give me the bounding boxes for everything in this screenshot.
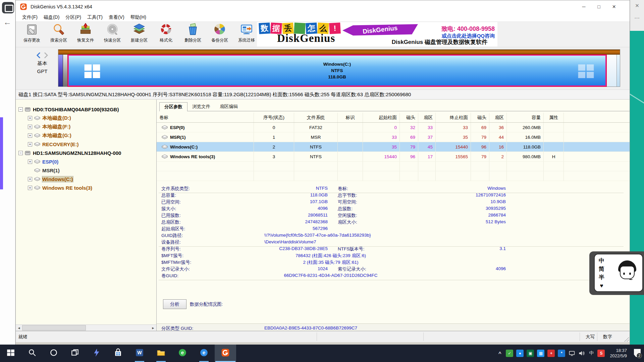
tab-2[interactable]: 扇区编辑 (215, 102, 243, 111)
maximize-button[interactable]: □ (591, 0, 606, 13)
menu-item-5[interactable]: 帮助(H) (127, 14, 149, 20)
taskbar-store[interactable] (107, 345, 129, 362)
column-header-6[interactable]: 扇区 (418, 113, 436, 122)
menu-item-3[interactable]: 工具(T) (84, 14, 106, 20)
expand-icon[interactable]: + (28, 160, 32, 164)
column-header-0[interactable]: 卷标 (157, 113, 254, 122)
toolbar-recover-button[interactable]: 恢复文件 (72, 23, 99, 43)
column-header-9[interactable]: 扇区 (489, 113, 507, 122)
taskbar-cortana[interactable] (43, 345, 64, 362)
taskbar-word[interactable]: W (129, 345, 150, 362)
taskbar-task-view[interactable] (64, 345, 86, 362)
next-disk-icon[interactable] (43, 52, 49, 59)
expand-icon[interactable]: + (28, 125, 32, 129)
analyze-button[interactable]: 分析 (163, 299, 186, 309)
column-header-11[interactable]: 属性 (544, 113, 564, 122)
menu-item-1[interactable]: 磁盘(D) (41, 14, 62, 20)
toolbar-search-button[interactable]: 搜索分区 (45, 23, 72, 43)
table-row-msr-1-[interactable]: MSR(1)1MSR33693735794416.0MB (157, 132, 630, 142)
table-row-windows-c-[interactable]: Windows(C:)2NTFS357945154409616118.0GB (157, 142, 630, 152)
tree-item-windows-c-[interactable]: +Windows(C:) (16, 175, 156, 183)
expand-icon[interactable]: + (28, 142, 32, 146)
taskbar-explorer[interactable] (150, 345, 172, 362)
minimize-button[interactable]: ─ (576, 0, 591, 13)
tab-1[interactable]: 浏览文件 (187, 102, 215, 111)
taskbar-clock[interactable]: 18:37 2022/5/9 (610, 348, 627, 359)
column-header-2[interactable]: 文件系统 (294, 113, 338, 122)
scrollbar-thumb[interactable] (22, 325, 86, 330)
scroll-left-arrow-icon[interactable]: ◄ (16, 325, 22, 331)
tree-item--f-[interactable]: +本地磁盘(F:) (16, 122, 156, 131)
tree-item-hd1-samsungmznln128hahq-000[interactable]: −HD1:SAMSUNGMZNLN128HAHQ-000 (16, 148, 156, 157)
taskbar-start[interactable] (0, 345, 21, 362)
column-header-5[interactable]: 磁头 (400, 113, 418, 122)
partition-segment-re-tools[interactable] (606, 55, 616, 86)
taskbar-browser-360[interactable]: e (172, 345, 193, 362)
tree-item-msr-1-[interactable]: MSR(1) (16, 166, 156, 175)
resize-grip[interactable] (624, 337, 629, 342)
taskbar-taskbar-search[interactable] (21, 345, 43, 362)
disk-header-bar[interactable] (58, 50, 620, 55)
back-arrow-icon[interactable]: ← (3, 17, 11, 27)
tray-icon-1[interactable]: ✓ (506, 350, 513, 357)
tree-item--d-[interactable]: +本地磁盘(D:) (16, 114, 156, 122)
tray-icon-5[interactable]: + (547, 350, 555, 357)
tree-item--g-[interactable]: +本地磁盘(G:) (16, 131, 156, 140)
tree-item-recovery-e-[interactable]: +RECOVERY(E:) (16, 140, 156, 148)
expand-icon[interactable]: + (28, 133, 32, 138)
collapse-icon[interactable]: − (18, 151, 23, 155)
tray-icon-2[interactable]: ● (516, 350, 524, 357)
expand-icon[interactable]: + (28, 116, 32, 120)
tree-item-hd0-toshibamq04abf100-932gb-[interactable]: −HD0:TOSHIBAMQ04ABF100(932GB) (16, 105, 156, 114)
tree-item-windows-re-tools-3-[interactable]: +Windows RE tools(3) (16, 183, 156, 192)
banner-ribbon: DiskGenius (342, 24, 418, 36)
column-header-3[interactable]: 标识 (338, 113, 363, 122)
partition-segment-msr[interactable] (63, 55, 68, 86)
close-button[interactable]: ✕ (606, 0, 622, 13)
toolbar-quick-button[interactable]: 快速分区 (99, 23, 126, 43)
menu-item-2[interactable]: 分区(P) (62, 14, 84, 20)
ime-widget[interactable]: 中简半♥ (589, 251, 644, 295)
tray-icon-7[interactable] (568, 350, 576, 357)
toolbar-format-button[interactable]: 格式化 (153, 23, 179, 43)
menu-item-0[interactable]: 文件(F) (19, 14, 41, 20)
tray-icon-0[interactable]: ^ (496, 350, 503, 357)
toolbar-delete-button[interactable]: 删除分区 (179, 23, 206, 43)
column-header-8[interactable]: 磁头 (471, 113, 489, 122)
table-row-windows-re-tools-3-[interactable]: Windows RE tools(3)3NTFS1544096171556579… (157, 152, 630, 162)
background-window-icon[interactable] (2, 2, 14, 13)
background-more-icon[interactable]: ⋯ (630, 15, 644, 21)
collapse-icon[interactable]: − (18, 107, 23, 112)
prev-disk-icon[interactable] (36, 52, 41, 59)
taskbar-lightning-app[interactable] (86, 345, 107, 362)
tab-0[interactable]: 分区参数 (159, 102, 187, 111)
tray-icon-6[interactable]: * (558, 350, 565, 357)
table-row-esp-0-[interactable]: ESP(0)0FAT3203233336936260.0MB (157, 123, 630, 132)
column-header-10[interactable]: 容量 (507, 113, 544, 122)
menu-item-4[interactable]: 查看(V) (106, 14, 127, 20)
toolbar-new-button[interactable]: 新建分区 (126, 23, 153, 43)
scroll-right-arrow-icon[interactable]: ► (150, 325, 156, 331)
tray-icon-3[interactable]: ▣ (527, 350, 534, 357)
tray-icon-8[interactable] (578, 350, 585, 357)
toolbar-backup-button[interactable]: 备份分区 (206, 23, 233, 43)
expand-icon[interactable]: + (28, 186, 32, 190)
tray-icon-9[interactable]: 中 (588, 350, 595, 357)
expand-icon[interactable]: + (28, 177, 32, 181)
background-close-icon[interactable]: ✕ (630, 3, 644, 9)
tray-icon-4[interactable]: ▦ (537, 350, 544, 357)
ad-banner[interactable]: 数据丢怎么! DiskGenius DiskGenius 致电: 400-008… (257, 22, 497, 47)
taskbar-edge[interactable]: e (193, 345, 215, 362)
tree-item-esp-0-[interactable]: +ESP(0) (16, 157, 156, 166)
toolbar-save-button[interactable]: 保存更改 (18, 23, 45, 43)
action-center-icon[interactable]: 2 (632, 348, 642, 359)
column-header-1[interactable]: 序号(状态) (254, 113, 294, 122)
toolbar-migrate-button[interactable]: 系统迁移 (233, 23, 260, 43)
tree-horizontal-scrollbar[interactable]: ◄ ► (16, 324, 156, 331)
column-header-7[interactable]: 终止柱面 (436, 113, 471, 122)
taskbar-diskgenius[interactable] (215, 345, 236, 362)
partition-segment-esp[interactable] (58, 55, 63, 86)
tray-icon-10[interactable]: S (597, 350, 605, 357)
partition-segment-windows-c[interactable]: Windows(C:)NTFS118.0GB (68, 55, 606, 86)
column-header-4[interactable]: 起始柱面 (363, 113, 400, 122)
